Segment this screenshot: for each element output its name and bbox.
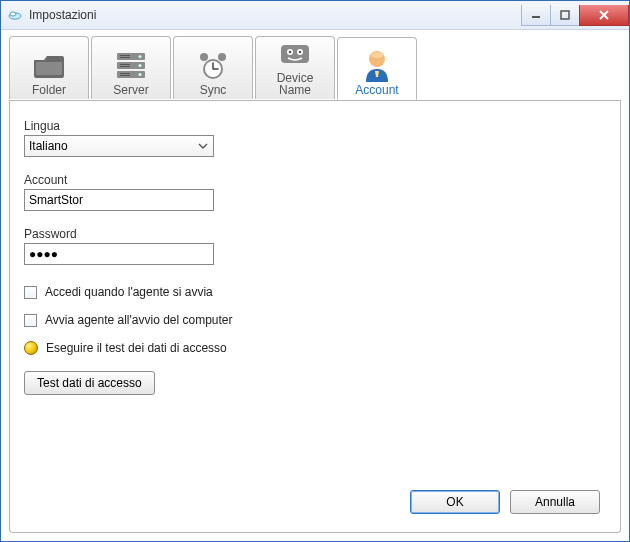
- svg-rect-15: [120, 75, 130, 76]
- svg-rect-13: [120, 66, 130, 67]
- svg-point-8: [139, 64, 142, 67]
- lingua-label: Lingua: [24, 119, 606, 133]
- tab-bar: Folder Server: [9, 36, 621, 101]
- tab-sync[interactable]: Sync: [173, 36, 253, 99]
- cancel-button[interactable]: Annulla: [510, 490, 600, 514]
- window-title: Impostazioni: [29, 8, 96, 22]
- server-icon: [113, 48, 149, 84]
- titlebar: Impostazioni: [1, 1, 629, 30]
- dialog-button-bar: OK Annulla: [24, 482, 606, 522]
- close-button[interactable]: [579, 5, 629, 26]
- svg-point-7: [139, 55, 142, 58]
- client-area: Folder Server: [1, 30, 629, 541]
- account-panel: Lingua Account Password Accedi quando l'…: [9, 101, 621, 533]
- svg-rect-3: [36, 62, 62, 75]
- account-label: Account: [24, 173, 606, 187]
- tab-account[interactable]: Account: [337, 37, 417, 100]
- person-icon: [359, 48, 395, 84]
- device-icon: [277, 37, 313, 72]
- ok-button[interactable]: OK: [410, 490, 500, 514]
- svg-point-9: [139, 73, 142, 76]
- tab-label: Folder: [32, 84, 66, 96]
- svg-point-1: [10, 12, 16, 16]
- svg-point-23: [289, 50, 292, 53]
- password-label: Password: [24, 227, 606, 241]
- svg-rect-11: [120, 57, 130, 58]
- clock-icon: [195, 48, 231, 84]
- tab-label: Sync: [200, 84, 227, 96]
- svg-point-19: [218, 53, 226, 61]
- lingua-select[interactable]: [24, 135, 214, 157]
- test-credentials-button[interactable]: Test dati di accesso: [24, 371, 155, 395]
- svg-point-18: [200, 53, 208, 61]
- svg-point-26: [371, 52, 383, 58]
- maximize-button[interactable]: [550, 5, 580, 26]
- app-icon: [7, 7, 23, 23]
- settings-window: Impostazioni Folder: [0, 0, 630, 542]
- minimize-button[interactable]: [521, 5, 551, 26]
- start-with-os-checkbox[interactable]: [24, 314, 37, 327]
- tab-label: Server: [113, 84, 148, 96]
- account-field[interactable]: [24, 189, 214, 211]
- svg-point-24: [299, 50, 302, 53]
- password-field[interactable]: [24, 243, 214, 265]
- tab-label: Account: [355, 84, 398, 96]
- folder-icon: [31, 48, 67, 84]
- login-on-start-label: Accedi quando l'agente si avvia: [45, 285, 213, 299]
- account-form: Lingua Account Password Accedi quando l'…: [24, 115, 606, 482]
- tab-label: Device Name: [277, 72, 314, 96]
- tab-folder[interactable]: Folder: [9, 36, 89, 99]
- tab-device-name[interactable]: Device Name: [255, 36, 335, 99]
- svg-rect-2: [561, 11, 569, 19]
- svg-rect-10: [120, 55, 130, 56]
- start-with-os-label: Avvia agente all'avvio del computer: [45, 313, 233, 327]
- login-on-start-checkbox[interactable]: [24, 286, 37, 299]
- svg-rect-12: [120, 64, 130, 65]
- status-led-icon: [24, 341, 38, 355]
- svg-rect-14: [120, 73, 130, 74]
- tab-server[interactable]: Server: [91, 36, 171, 99]
- window-buttons: [522, 5, 629, 25]
- test-credentials-label: Eseguire il test dei dati di accesso: [46, 341, 227, 355]
